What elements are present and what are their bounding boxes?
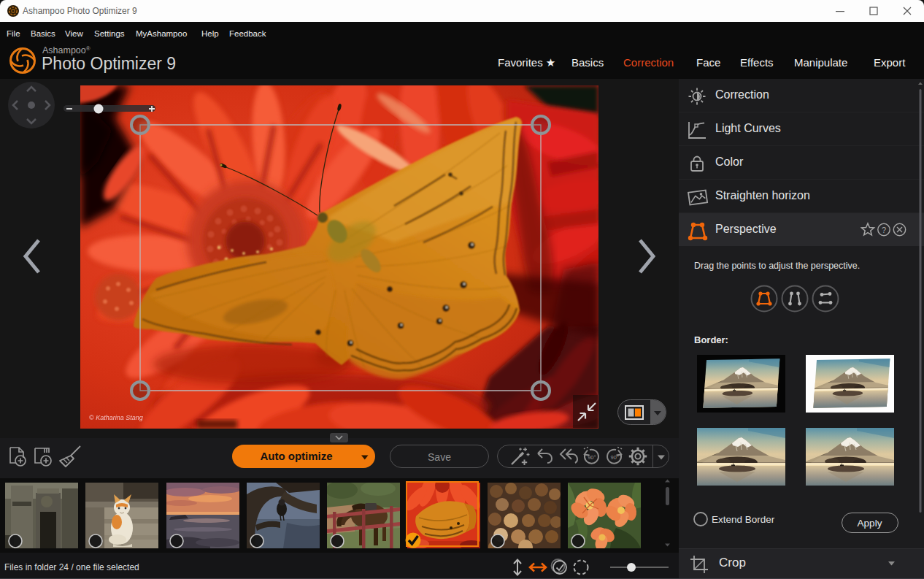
svg-text:90°: 90°	[611, 454, 619, 461]
svg-text:90°: 90°	[588, 454, 596, 461]
svg-text:?: ?	[882, 226, 886, 234]
